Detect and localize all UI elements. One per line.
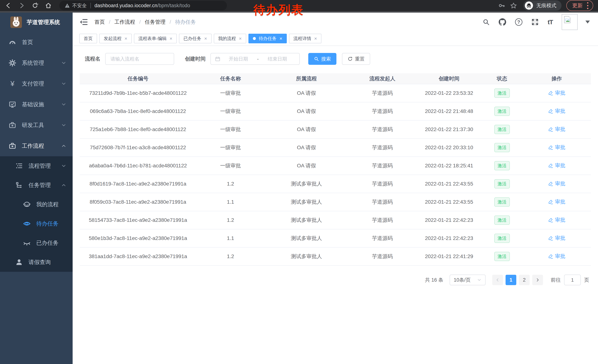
- breadcrumb-workflow[interactable]: 工作流程: [115, 18, 135, 25]
- address-bar[interactable]: 不安全 dashboard.yudao.iocoder.cn/bpm/task/…: [59, 1, 227, 10]
- action-cell: 审批: [523, 120, 591, 138]
- initiator-cell: 芋道源码: [348, 229, 417, 247]
- breadcrumb-separator: /: [139, 19, 141, 25]
- search-button[interactable]: 搜索: [308, 53, 336, 65]
- approve-button[interactable]: 审批: [548, 89, 565, 97]
- github-icon[interactable]: [499, 18, 506, 26]
- sidebar-item-task-management[interactable]: 任务管理: [0, 176, 73, 195]
- status-badge: 激活: [494, 252, 510, 261]
- approve-button[interactable]: 审批: [548, 108, 565, 115]
- browser-update-button[interactable]: 更新: [566, 0, 593, 11]
- sidebar-item-infrastructure[interactable]: 基础设施: [0, 94, 73, 115]
- created-cell: 2022-01-22 21:37:30: [417, 120, 482, 138]
- reload-icon[interactable]: [32, 2, 39, 9]
- approve-button[interactable]: 审批: [548, 180, 565, 187]
- sidebar-fold-icon[interactable]: [79, 18, 88, 26]
- pencil-icon: [548, 254, 553, 259]
- created-cell: 2022-01-21 22:42:23: [417, 229, 482, 247]
- tab-process-detail[interactable]: 流程详情 ×: [289, 34, 321, 43]
- task-name-cell: 一级审批: [196, 120, 265, 138]
- forward-icon[interactable]: [18, 2, 25, 9]
- initiator-cell: 芋道源码: [348, 102, 417, 120]
- page-size-select[interactable]: 10条/页: [450, 275, 486, 285]
- passwords-key-icon[interactable]: [498, 2, 505, 9]
- approve-button[interactable]: 审批: [548, 144, 565, 151]
- status-cell: 激活: [482, 229, 523, 247]
- search-icon[interactable]: [482, 18, 490, 26]
- sidebar-logo-row[interactable]: 芋道管理系统: [0, 13, 73, 32]
- tab-close-icon[interactable]: ×: [280, 36, 282, 41]
- next-page-button[interactable]: [532, 275, 543, 285]
- tab-close-icon[interactable]: ×: [314, 36, 317, 41]
- approve-button[interactable]: 审批: [548, 162, 565, 169]
- tab-process-form-edit[interactable]: 流程表单-编辑 ×: [134, 34, 177, 43]
- sidebar-item-home[interactable]: 首页: [0, 32, 73, 53]
- branch-icon: [15, 181, 23, 189]
- pencil-icon: [548, 108, 553, 114]
- topbar-actions: ? tT: [482, 14, 590, 30]
- help-icon[interactable]: ?: [515, 18, 523, 26]
- sidebar-item-my-process[interactable]: 我的流程: [0, 195, 73, 214]
- task-table: 任务编号 任务名称 所属流程 流程发起人 创建时间 状态 操作 73211d9d…: [80, 73, 591, 266]
- approve-button[interactable]: 审批: [548, 235, 565, 242]
- col-create-time: 创建时间: [417, 73, 482, 84]
- reset-button[interactable]: 重置: [342, 53, 370, 65]
- list-tree-icon: [15, 162, 23, 170]
- sidebar-item-process-management[interactable]: 流程管理: [0, 156, 73, 176]
- tab-close-icon[interactable]: ×: [169, 36, 172, 41]
- page-1-button[interactable]: 1: [506, 275, 516, 285]
- sidebar-item-payment-management[interactable]: ¥ 支付管理: [0, 73, 73, 94]
- created-cell: 2022-01-22 18:25:41: [417, 157, 482, 175]
- pencil-icon: [548, 145, 553, 150]
- tab-home[interactable]: 首页: [79, 34, 97, 43]
- home-icon[interactable]: [45, 2, 52, 9]
- approve-button[interactable]: 审批: [548, 126, 565, 133]
- sidebar-item-done-tasks[interactable]: 已办任务: [0, 233, 73, 252]
- pencil-icon: [548, 127, 553, 132]
- process-name-input[interactable]: [105, 53, 174, 65]
- tab-my-process[interactable]: 我的流程 ×: [214, 34, 246, 43]
- tab-todo-tasks[interactable]: 待办任务 ×: [249, 34, 287, 43]
- fullscreen-icon[interactable]: [531, 18, 539, 26]
- created-cell: 2022-01-22 21:48:48: [417, 102, 482, 120]
- avatar[interactable]: [562, 14, 578, 30]
- date-range-picker[interactable]: 开始日期 - 结束日期: [210, 53, 300, 65]
- browser-menu-kebab-icon[interactable]: [587, 2, 588, 9]
- process-cell: OA 请假: [265, 157, 348, 175]
- goto-page-input[interactable]: [564, 275, 581, 285]
- select-caret-down-icon: [477, 278, 482, 282]
- back-icon[interactable]: [5, 2, 12, 9]
- sidebar-item-system-management[interactable]: 系统管理: [0, 53, 73, 73]
- update-label: 更新: [572, 2, 583, 9]
- page-2-button[interactable]: 2: [519, 275, 530, 285]
- tab-close-icon[interactable]: ×: [204, 36, 207, 41]
- dashboard-gauge-icon: [8, 38, 16, 46]
- sidebar-item-todo-tasks[interactable]: 待办任务: [0, 214, 73, 233]
- approve-button[interactable]: 审批: [548, 253, 565, 260]
- pagination-total: 共 16 条: [425, 277, 443, 283]
- approve-button[interactable]: 审批: [548, 198, 565, 205]
- approve-button[interactable]: 审批: [548, 217, 565, 224]
- status-cell: 激活: [482, 102, 523, 120]
- avatar-caret-down-icon[interactable]: [585, 21, 590, 24]
- initiator-cell: 芋道源码: [348, 247, 417, 266]
- sidebar-item-label: 系统管理: [22, 59, 44, 67]
- breadcrumb-task-management[interactable]: 任务管理: [145, 18, 166, 25]
- tab-start-process[interactable]: 发起流程 ×: [99, 34, 132, 43]
- tab-close-icon[interactable]: ×: [239, 36, 242, 41]
- breadcrumb-home[interactable]: 首页: [94, 18, 105, 25]
- sidebar-item-dev-tools[interactable]: 研发工具: [0, 115, 73, 136]
- tab-close-icon[interactable]: ×: [125, 36, 127, 41]
- sidebar-item-leave-query[interactable]: 请假查询: [0, 252, 73, 272]
- action-cell: 审批: [523, 193, 591, 211]
- chevron-up-icon: [61, 183, 66, 188]
- task-id-cell: 8f059c03-7ac8-11ec-a9e2-a2380e71991a: [80, 193, 196, 211]
- bookmark-star-icon[interactable]: [510, 2, 517, 9]
- sidebar-item-workflow[interactable]: 工作流程: [0, 136, 73, 156]
- font-size-icon[interactable]: tT: [548, 18, 553, 26]
- tab-label: 流程详情: [293, 36, 311, 41]
- tab-done-tasks[interactable]: 已办任务 ×: [179, 34, 211, 43]
- task-name-cell: 一级审批: [196, 84, 265, 102]
- prev-page-button[interactable]: [492, 275, 503, 285]
- person-icon: [15, 258, 23, 266]
